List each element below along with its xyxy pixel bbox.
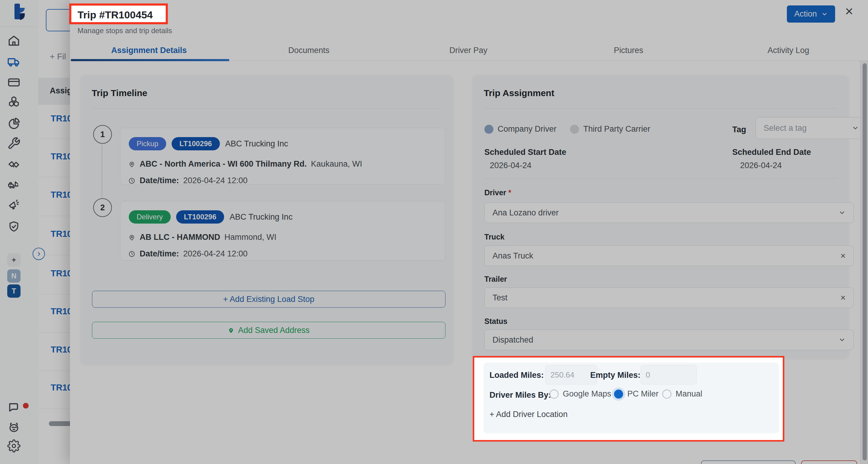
trip-row-link[interactable]: TR10 bbox=[51, 152, 72, 162]
truck-select[interactable]: Anas Truck × bbox=[484, 245, 854, 266]
trailer-clear-icon[interactable]: × bbox=[840, 293, 846, 303]
driver-label: Driver * bbox=[484, 188, 511, 197]
chat-notification-dot bbox=[23, 403, 29, 408]
close-icon[interactable]: × bbox=[845, 4, 853, 18]
driver-select[interactable]: Ana Lozano driver bbox=[484, 202, 854, 223]
chevron-down-icon bbox=[821, 11, 828, 18]
dates-divider bbox=[484, 178, 837, 179]
wrench-icon[interactable] bbox=[7, 137, 21, 150]
google-maps-label: Google Maps bbox=[563, 389, 611, 399]
tab-driver-pay[interactable]: Driver Pay bbox=[450, 46, 487, 55]
modal-title: Trip #TR100454 bbox=[78, 9, 153, 21]
trip-row-link[interactable]: TR10 bbox=[51, 113, 72, 124]
trailer-label: Trailer bbox=[484, 275, 507, 284]
filter-link[interactable]: + Fil bbox=[50, 52, 66, 62]
modal-subtitle: Manage stops and trip details bbox=[78, 27, 172, 35]
tab-assignment-details[interactable]: Assignment Details bbox=[111, 46, 187, 55]
empty-miles-input[interactable]: 0 bbox=[641, 365, 697, 385]
google-maps-radio[interactable] bbox=[550, 390, 559, 399]
add-existing-load-stop-button[interactable]: + Add Existing Load Stop bbox=[92, 291, 445, 308]
stop-1-number: 1 bbox=[100, 130, 105, 139]
shield-check-icon[interactable] bbox=[7, 220, 21, 233]
sidebar: + N T bbox=[0, 0, 39, 464]
empty-miles-label: Empty Miles: bbox=[590, 371, 641, 380]
scheduled-end-value: 2026-04-24 bbox=[740, 161, 782, 170]
stop-card-pickup[interactable]: Pickup LT100296 ABC Trucking Inc ABC - N… bbox=[120, 128, 445, 185]
miles-panel: Loaded Miles: 250.64 Empty Miles: 0 Driv… bbox=[484, 362, 779, 433]
stop-card-delivery[interactable]: Delivery LT100296 ABC Trucking Inc AB LL… bbox=[120, 201, 445, 261]
status-label: Status bbox=[484, 317, 507, 326]
home-icon[interactable] bbox=[7, 34, 21, 47]
sidebar-expand-button[interactable] bbox=[33, 248, 45, 260]
trip-row-link[interactable]: TR10 bbox=[51, 345, 72, 355]
clock-icon bbox=[128, 251, 135, 258]
vertical-scrollbar-thumb[interactable] bbox=[863, 63, 867, 460]
trip-row-link[interactable]: TR10 bbox=[51, 383, 72, 393]
trailer-value: Test bbox=[493, 293, 507, 302]
tag-label: Tag bbox=[732, 125, 746, 134]
scheduled-end-label: Scheduled End Date bbox=[732, 147, 811, 157]
chevron-down-icon bbox=[852, 125, 859, 132]
driver-type-company[interactable]: Company Driver bbox=[484, 125, 556, 134]
megaphone-icon[interactable] bbox=[7, 198, 21, 211]
location-pin-icon bbox=[128, 161, 135, 168]
stop-city: Hammond, WI bbox=[224, 233, 277, 242]
load-number-badge[interactable]: LT100296 bbox=[172, 137, 220, 151]
tab-activity-log[interactable]: Activity Log bbox=[768, 46, 809, 55]
chat-icon[interactable] bbox=[7, 401, 21, 414]
background-page: N + Fil Assig TR10 TR10 TR10 TR10 TR10 T… bbox=[38, 0, 70, 464]
pie-chart-icon[interactable] bbox=[7, 117, 21, 130]
manual-radio[interactable] bbox=[662, 390, 671, 399]
action-button[interactable]: Action bbox=[787, 5, 835, 23]
pc-miler-radio[interactable] bbox=[614, 390, 623, 399]
manual-label: Manual bbox=[676, 389, 703, 399]
scheduled-start-label: Scheduled Start Date bbox=[484, 147, 566, 157]
tab-documents[interactable]: Documents bbox=[288, 46, 330, 55]
tag-select[interactable]: Select a tag bbox=[755, 117, 867, 139]
driver-value: Ana Lozano driver bbox=[493, 208, 559, 218]
footer-danger-button[interactable] bbox=[801, 460, 857, 464]
chevron-right-icon bbox=[36, 251, 42, 257]
timeline-connector bbox=[102, 143, 102, 198]
stop-2-number: 2 bbox=[100, 203, 105, 212]
loaded-miles-input[interactable]: 250.64 bbox=[545, 365, 597, 385]
status-select[interactable]: Dispatched bbox=[484, 330, 854, 350]
trip-row-link[interactable]: TR10 bbox=[51, 268, 72, 278]
stop-datetime-row: Date/time: 2026-04-24 12:00 bbox=[128, 176, 445, 185]
stop-address: ABC - North America - WI 600 Thilmany Rd… bbox=[140, 159, 307, 169]
driver-type-third-party[interactable]: Third Party Carrier bbox=[570, 125, 650, 134]
cubes-icon[interactable] bbox=[7, 95, 21, 108]
trailer-select[interactable]: Test × bbox=[484, 288, 854, 308]
footer-primary-button[interactable] bbox=[701, 460, 796, 464]
stop-address: AB LLC - HAMMOND bbox=[140, 233, 220, 242]
stop-company-name: ABC Trucking Inc bbox=[229, 212, 292, 222]
location-pin-icon bbox=[128, 234, 135, 241]
trip-row-link[interactable]: TR10 bbox=[51, 306, 72, 317]
timeline-header-divider bbox=[92, 108, 442, 109]
miles-by-google-maps[interactable]: Google Maps bbox=[550, 389, 611, 399]
add-driver-location-link[interactable]: + Add Driver Location bbox=[490, 410, 568, 419]
bot-icon[interactable] bbox=[7, 420, 21, 434]
handshake-icon[interactable] bbox=[7, 158, 21, 171]
miles-by-manual[interactable]: Manual bbox=[662, 389, 703, 399]
tab-pictures[interactable]: Pictures bbox=[614, 46, 643, 55]
truck-icon[interactable] bbox=[7, 55, 21, 68]
company-driver-radio[interactable] bbox=[484, 125, 493, 134]
workspace-tile-n[interactable]: N bbox=[7, 269, 21, 283]
workspace-add-tile[interactable]: + bbox=[7, 254, 21, 267]
load-number-badge[interactable]: LT100296 bbox=[176, 210, 224, 224]
add-saved-address-button[interactable]: Add Saved Address bbox=[92, 322, 445, 339]
third-party-carrier-radio[interactable] bbox=[570, 125, 579, 134]
third-party-carrier-label: Third Party Carrier bbox=[583, 125, 650, 134]
workspace-tile-t[interactable]: T bbox=[7, 285, 21, 298]
trip-timeline-card: Trip Timeline 1 Pickup LT100296 ABC Truc… bbox=[81, 75, 453, 364]
miles-by-pc-miler[interactable]: PC Miler bbox=[614, 389, 659, 399]
app-logo[interactable] bbox=[10, 3, 28, 23]
clock-icon bbox=[128, 177, 135, 185]
credit-card-icon[interactable] bbox=[7, 76, 21, 89]
trip-row-link[interactable]: TR10 bbox=[51, 229, 72, 239]
trip-row-link[interactable]: TR10 bbox=[51, 190, 72, 200]
tow-truck-icon[interactable] bbox=[7, 178, 21, 191]
settings-gear-icon[interactable] bbox=[7, 439, 21, 453]
truck-clear-icon[interactable]: × bbox=[840, 251, 846, 261]
